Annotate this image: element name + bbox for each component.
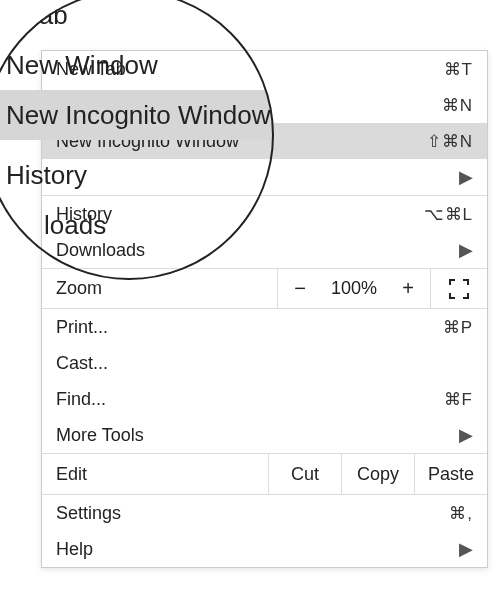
fullscreen-icon — [449, 279, 469, 299]
edit-copy-button[interactable]: Copy — [341, 454, 414, 494]
menu-label: Print... — [56, 317, 403, 338]
menu-shortcut: ⌘T — [403, 59, 473, 80]
chevron-right-icon: ▶ — [455, 538, 473, 560]
chevron-right-icon: ▶ — [455, 424, 473, 446]
menu-label: Find... — [56, 389, 403, 410]
menu-shortcut: ⌘P — [403, 317, 473, 338]
menu-item-settings[interactable]: Settings ⌘, — [42, 495, 487, 531]
menu-item-edit: Edit Cut Copy Paste — [42, 453, 487, 495]
fullscreen-button[interactable] — [430, 269, 487, 308]
zoom-out-button[interactable]: − — [278, 277, 322, 300]
chevron-right-icon: ▶ — [455, 239, 473, 261]
magnified-row: History — [0, 150, 274, 200]
menu-shortcut: ⇧⌘N — [403, 131, 473, 152]
menu-item-find[interactable]: Find... ⌘F — [42, 381, 487, 417]
zoom-in-button[interactable]: + — [386, 277, 430, 300]
menu-label: Edit — [42, 464, 268, 485]
magnified-row: New Window — [0, 40, 274, 90]
menu-label: Cast... — [56, 353, 473, 374]
menu-shortcut: ⌘, — [403, 503, 473, 524]
menu-item-cast[interactable]: Cast... — [42, 345, 487, 381]
menu-item-help[interactable]: Help ▶ — [42, 531, 487, 567]
menu-label: Zoom — [42, 278, 277, 299]
menu-label: More Tools — [56, 425, 455, 446]
menu-label: Help — [56, 539, 455, 560]
chevron-right-icon: ▶ — [455, 166, 473, 188]
menu-item-more-tools[interactable]: More Tools ▶ — [42, 417, 487, 453]
menu-label: Settings — [56, 503, 403, 524]
menu-shortcut: ⌘F — [403, 389, 473, 410]
zoom-value: 100% — [322, 278, 386, 299]
menu-shortcut: ⌥⌘L — [403, 204, 473, 225]
edit-cut-button[interactable]: Cut — [268, 454, 341, 494]
menu-item-print[interactable]: Print... ⌘P — [42, 309, 487, 345]
magnified-row: v Tab — [0, 0, 274, 40]
magnified-row-highlighted: New Incognito Window — [0, 90, 274, 140]
menu-shortcut: ⌘N — [403, 95, 473, 116]
edit-paste-button[interactable]: Paste — [414, 454, 487, 494]
